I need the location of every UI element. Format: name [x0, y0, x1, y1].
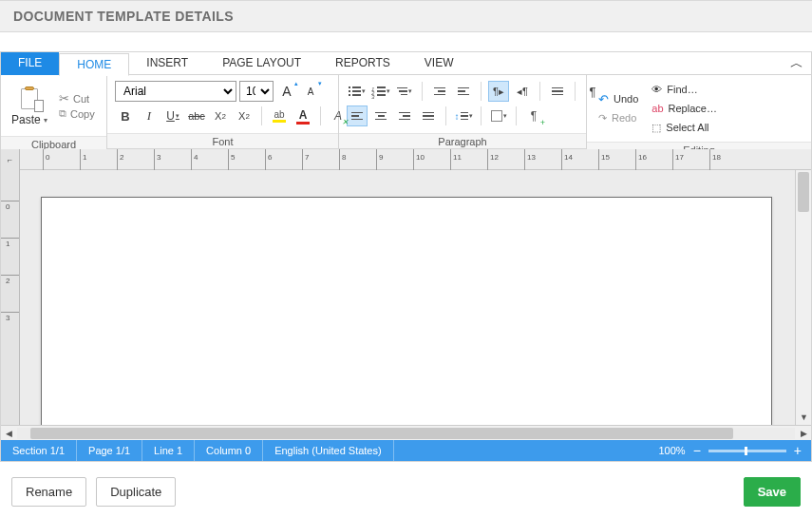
select-all-button[interactable]: ⬚Select All — [648, 119, 721, 136]
document-page[interactable] — [41, 197, 772, 425]
scissors-icon: ✂ — [59, 91, 69, 106]
scroll-right-icon[interactable]: ▶ — [796, 429, 811, 438]
select-all-icon: ⬚ — [651, 122, 661, 134]
group-editing: ↶Undo ↷Redo 👁Find… abReplace… ⬚Select Al… — [587, 75, 811, 148]
align-vertical-button[interactable] — [547, 81, 568, 102]
hscroll-thumb[interactable] — [30, 428, 733, 439]
subscript-button[interactable]: X2 — [210, 106, 231, 126]
tab-home[interactable]: HOME — [59, 53, 129, 76]
align-justify-button[interactable] — [418, 106, 439, 126]
ribbon-tabs: FILE HOME INSERT PAGE LAYOUT REPORTS VIE… — [1, 52, 811, 75]
clear-formatting-button[interactable]: A✕ — [328, 106, 349, 126]
status-column[interactable]: Column 0 — [195, 440, 263, 461]
chevron-down-icon: ▾ — [44, 116, 47, 125]
zoom-slider[interactable] — [708, 450, 786, 452]
align-left-button[interactable] — [347, 106, 368, 126]
cut-button[interactable]: ✂Cut — [56, 91, 98, 106]
replace-button[interactable]: abReplace… — [648, 100, 721, 117]
horizontal-scrollbar[interactable]: ◀ ▶ — [1, 425, 811, 440]
rtl-button[interactable]: ◂¶ — [512, 81, 533, 102]
align-center-button[interactable] — [370, 106, 391, 126]
underline-button[interactable]: U▾ — [162, 106, 183, 126]
font-color-button[interactable]: A — [293, 106, 313, 126]
decrease-indent-button[interactable] — [429, 81, 450, 102]
document-canvas[interactable] — [20, 170, 795, 425]
group-label-paragraph: Paragraph — [339, 133, 586, 148]
group-paragraph: ▾ 123▾ ▾ ¶▸ ◂¶ ¶ — [339, 75, 587, 148]
group-label-font: Font — [107, 133, 338, 148]
numbered-list-button[interactable]: 123▾ — [370, 81, 391, 102]
align-right-button[interactable] — [394, 106, 415, 126]
tab-file[interactable]: FILE — [1, 52, 59, 75]
shading-button[interactable]: ▾ — [488, 106, 509, 126]
ribbon-body: Paste ▾ ✂Cut ⧉Copy Clipboard Arial 10 A▴… — [1, 75, 811, 149]
grow-font-button[interactable]: A▴ — [276, 81, 297, 102]
undo-button[interactable]: ↶Undo — [595, 90, 642, 107]
status-empty — [394, 440, 417, 461]
status-page[interactable]: Page 1/1 — [77, 440, 142, 461]
rich-text-editor: FILE HOME INSERT PAGE LAYOUT REPORTS VIE… — [0, 51, 812, 462]
zoom-control: 100% − + — [649, 443, 811, 458]
redo-button[interactable]: ↷Redo — [595, 109, 642, 126]
italic-button[interactable]: I — [139, 106, 160, 126]
undo-icon: ↶ — [598, 92, 609, 106]
superscript-button[interactable]: X2 — [234, 106, 255, 126]
binoculars-icon: 👁 — [651, 84, 662, 95]
status-line[interactable]: Line 1 — [142, 440, 195, 461]
page-title: DOCUMENT TEMPLATE DETAILS — [13, 9, 234, 24]
tab-page-layout[interactable]: PAGE LAYOUT — [205, 52, 318, 75]
line-spacing-button[interactable]: ↕▾ — [453, 106, 474, 126]
shrink-font-button[interactable]: A▾ — [300, 81, 321, 102]
font-name-select[interactable]: Arial — [115, 81, 236, 102]
find-button[interactable]: 👁Find… — [648, 81, 721, 98]
scroll-thumb[interactable] — [798, 172, 809, 212]
ruler-horizontal[interactable]: ⌐ 0123456789101112131415161718 — [1, 149, 811, 170]
ruler-vertical[interactable]: 0123 — [1, 170, 20, 425]
increase-indent-button[interactable] — [453, 81, 474, 102]
status-bar: Section 1/1 Page 1/1 Line 1 Column 0 Eng… — [1, 440, 811, 461]
strikethrough-button[interactable]: abc — [186, 106, 207, 126]
status-language[interactable]: English (United States) — [263, 440, 394, 461]
copy-button[interactable]: ⧉Copy — [56, 107, 98, 120]
page-footer: Rename Duplicate Save — [0, 462, 812, 507]
vertical-scrollbar[interactable]: ▲ ▼ — [795, 170, 811, 425]
zoom-out-button[interactable]: − — [693, 443, 701, 458]
group-clipboard: Paste ▾ ✂Cut ⧉Copy Clipboard — [1, 75, 107, 148]
paragraph-insert-button[interactable]: ¶+ — [523, 106, 544, 126]
group-font: Arial 10 A▴ A▾ B I U▾ abc X2 X2 ab A A✕ — [107, 75, 339, 148]
save-button[interactable]: Save — [744, 477, 801, 507]
bulleted-list-button[interactable]: ▾ — [347, 81, 368, 102]
tab-reports[interactable]: REPORTS — [318, 52, 407, 75]
paste-button[interactable]: Paste ▾ — [9, 79, 50, 132]
scroll-left-icon[interactable]: ◀ — [1, 429, 16, 438]
font-size-select[interactable]: 10 — [239, 81, 274, 102]
zoom-percent[interactable]: 100% — [658, 445, 685, 456]
rename-button[interactable]: Rename — [11, 477, 86, 507]
highlight-color-button[interactable]: ab — [269, 106, 290, 126]
paste-icon — [18, 85, 41, 111]
bold-button[interactable]: B — [115, 106, 136, 126]
copy-icon: ⧉ — [59, 107, 66, 120]
page-header: DOCUMENT TEMPLATE DETAILS — [0, 0, 812, 32]
multilevel-list-button[interactable]: ▾ — [394, 81, 415, 102]
duplicate-button[interactable]: Duplicate — [96, 477, 176, 507]
tab-insert[interactable]: INSERT — [129, 52, 205, 75]
redo-icon: ↷ — [598, 112, 607, 125]
collapse-ribbon-icon[interactable]: ︿ — [783, 55, 811, 72]
ruler-corner-icon[interactable]: ⌐ — [1, 149, 20, 170]
ltr-button[interactable]: ¶▸ — [488, 81, 509, 102]
document-viewport: ⌐ 0123456789101112131415161718 0123 ▲ ▼ … — [1, 149, 811, 461]
tab-view[interactable]: VIEW — [407, 52, 471, 75]
scroll-down-icon[interactable]: ▼ — [796, 410, 812, 425]
zoom-in-button[interactable]: + — [794, 443, 802, 458]
replace-icon: ab — [651, 103, 663, 114]
status-section[interactable]: Section 1/1 — [1, 440, 77, 461]
